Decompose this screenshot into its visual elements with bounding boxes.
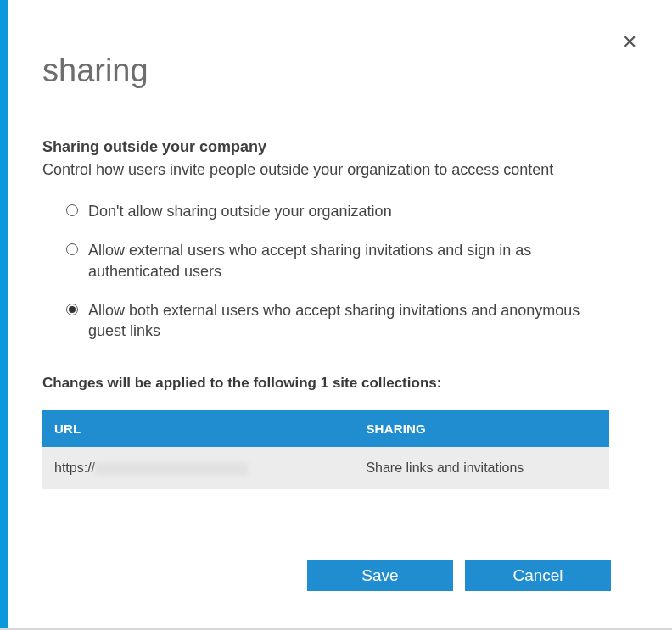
- save-button[interactable]: Save: [307, 560, 453, 591]
- option-label: Don't allow sharing outside your organiz…: [88, 201, 392, 221]
- radio-icon: [66, 204, 78, 216]
- option-external-and-anonymous[interactable]: Allow both external users who accept sha…: [66, 300, 585, 342]
- option-no-external[interactable]: Don't allow sharing outside your organiz…: [66, 201, 585, 221]
- section-heading: Sharing outside your company: [42, 138, 638, 156]
- section-description: Control how users invite people outside …: [42, 161, 638, 179]
- site-collections-table: URL SHARING https:// Share links and inv…: [42, 410, 609, 489]
- url-prefix: https://: [54, 460, 95, 475]
- changes-heading: Changes will be applied to the following…: [42, 375, 638, 392]
- col-header-url: URL: [42, 410, 354, 447]
- table-row: https:// Share links and invitations: [42, 447, 609, 489]
- cell-url: https://: [42, 447, 354, 489]
- cell-sharing: Share links and invitations: [354, 447, 609, 489]
- option-label: Allow both external users who accept sha…: [88, 300, 585, 342]
- button-row: Save Cancel: [307, 560, 611, 591]
- option-label: Allow external users who accept sharing …: [88, 240, 585, 282]
- col-header-sharing: SHARING: [354, 410, 609, 447]
- url-redacted: [95, 462, 248, 476]
- accent-bar: [0, 0, 8, 628]
- option-authenticated-external[interactable]: Allow external users who accept sharing …: [66, 240, 585, 282]
- radio-icon: [66, 243, 78, 255]
- sharing-panel: ✕ sharing Sharing outside your company C…: [8, 0, 672, 628]
- sharing-options-group: Don't allow sharing outside your organiz…: [42, 201, 585, 341]
- page-title: sharing: [42, 53, 638, 89]
- close-button[interactable]: ✕: [619, 32, 640, 53]
- radio-icon: [66, 304, 78, 315]
- cancel-button[interactable]: Cancel: [465, 560, 611, 591]
- table-header-row: URL SHARING: [42, 410, 609, 447]
